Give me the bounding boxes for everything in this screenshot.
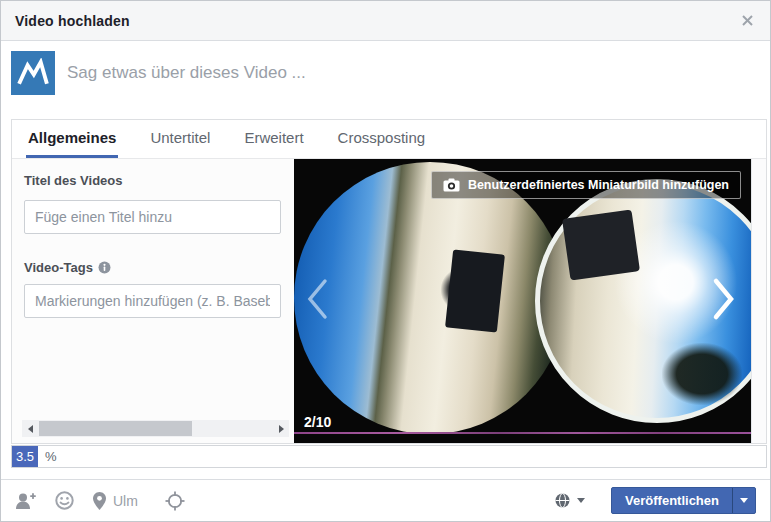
profile-logo-icon — [16, 58, 50, 88]
tab-untertitel[interactable]: Untertitel — [148, 120, 212, 158]
video-title-input[interactable] — [24, 200, 281, 234]
close-icon[interactable] — [738, 12, 756, 30]
progress-fill: 3.5 — [12, 446, 38, 467]
progress-value: 3.5 — [16, 449, 34, 464]
tag-people-icon[interactable] — [15, 492, 36, 510]
video-preview: Benutzerdefiniertes Miniaturbild hinzufü… — [294, 159, 751, 443]
scrollbar-rail[interactable] — [38, 420, 273, 437]
horizontal-scrollbar[interactable] — [22, 420, 289, 437]
vertical-scrollbar[interactable] — [751, 159, 766, 443]
publish-options-button[interactable] — [732, 488, 755, 513]
crosshair-icon[interactable] — [165, 491, 185, 511]
scroll-right-arrow-icon[interactable] — [273, 420, 289, 437]
fisheye-frame-left — [294, 162, 566, 434]
filmstrip-timeline[interactable] — [294, 432, 751, 434]
location-tag[interactable]: Ulm — [93, 492, 138, 510]
custom-thumbnail-label: Benutzerdefiniertes Miniaturbild hinzufü… — [468, 178, 729, 192]
previous-frame-chevron-icon[interactable] — [304, 277, 330, 325]
privacy-selector[interactable] — [555, 493, 585, 508]
dialog-header: Video hochladen — [1, 1, 770, 41]
scroll-left-arrow-icon[interactable] — [22, 420, 38, 437]
video-form-panel: Titel des Videos Video-Tags — [12, 159, 294, 443]
video-tags-input[interactable] — [24, 284, 281, 318]
scrollbar-thumb[interactable] — [39, 421, 192, 436]
location-text: Ulm — [113, 493, 138, 509]
upload-progress-bar: 3.5 % — [11, 445, 767, 468]
progress-unit: % — [45, 446, 57, 467]
tab-crossposting[interactable]: Crossposting — [336, 120, 428, 158]
globe-icon — [555, 493, 570, 508]
publish-button[interactable]: Veröffentlichen — [612, 488, 732, 513]
next-frame-chevron-icon[interactable] — [711, 277, 737, 325]
video-upload-dialog: Video hochladen Sag etwas über dieses Vi… — [0, 0, 771, 522]
tab-erweitert[interactable]: Erweitert — [242, 120, 305, 158]
publish-caret-icon — [740, 498, 748, 503]
tab-bar: Allgemeines Untertitel Erweitert Crosspo… — [12, 120, 766, 159]
info-icon[interactable] — [98, 261, 111, 274]
feeling-activity-icon[interactable] — [55, 491, 74, 510]
dialog-title: Video hochladen — [15, 13, 130, 29]
camera-icon — [443, 178, 460, 192]
privacy-caret-icon — [577, 498, 585, 503]
footer-toolbar: Ulm Veröffentlichen — [1, 479, 770, 521]
upload-content-box: Allgemeines Untertitel Erweitert Crosspo… — [11, 119, 767, 444]
tab-content: Titel des Videos Video-Tags — [12, 159, 766, 443]
video-title-label: Titel des Videos — [24, 173, 123, 188]
tab-allgemeines[interactable]: Allgemeines — [26, 120, 118, 158]
frame-counter: 2/10 — [304, 414, 331, 430]
publish-split-button: Veröffentlichen — [611, 487, 756, 514]
avatar — [11, 51, 55, 95]
custom-thumbnail-button[interactable]: Benutzerdefiniertes Miniaturbild hinzufü… — [431, 171, 741, 199]
status-text-input[interactable]: Sag etwas über dieses Video ... — [67, 63, 306, 83]
video-tags-label: Video-Tags — [24, 260, 111, 275]
location-pin-icon — [93, 492, 106, 510]
